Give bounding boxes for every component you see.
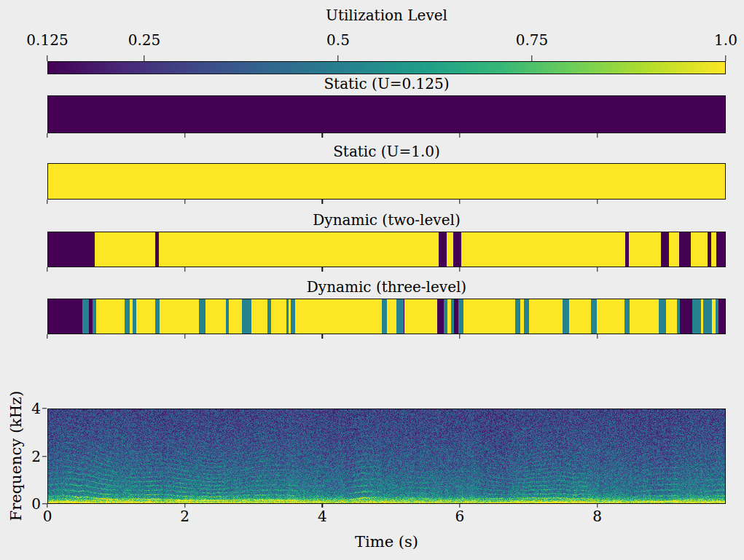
x-axis-tick <box>322 133 323 138</box>
colorbar-gradient <box>47 61 726 74</box>
colorbar-tick-label: 0.25 <box>128 31 161 49</box>
x-axis-tick <box>47 267 47 272</box>
utilization-segment <box>48 96 725 133</box>
colorbar-tick <box>47 55 47 61</box>
utilization-segment <box>251 299 268 334</box>
x-axis-tick-label: 4 <box>318 508 327 525</box>
spectrogram-xtick-labels: 02468 <box>47 508 726 525</box>
utilization-segment <box>136 299 154 334</box>
utilization-segment <box>630 299 659 334</box>
x-axis-tick <box>184 334 185 339</box>
panel-title-dynamic-two-level: Dynamic (two-level) <box>47 211 726 229</box>
utilization-segment <box>691 232 708 267</box>
utilization-segment <box>48 164 725 199</box>
utilization-segment <box>453 232 461 267</box>
strip-static-u10 <box>47 163 726 200</box>
utilization-segment <box>95 232 155 267</box>
x-axis-tick <box>459 200 460 204</box>
y-axis-tick <box>42 456 47 457</box>
utilization-segment <box>629 232 661 267</box>
strip1-xticks <box>47 133 726 138</box>
utilization-segment <box>680 299 692 334</box>
spectrogram-image <box>48 409 725 503</box>
utilization-segment <box>439 232 447 267</box>
colorbar-tick <box>725 55 726 61</box>
spectrogram-ytick-labels: 024 <box>26 409 41 504</box>
colorbar-tick-label: 1.0 <box>714 31 737 49</box>
spectrogram-yticks <box>42 409 47 504</box>
colorbar-tick <box>337 55 338 61</box>
utilization-segment <box>666 299 677 334</box>
utilization-segment <box>271 299 286 334</box>
x-axis-tick <box>459 267 460 272</box>
spectrogram-xlabel: Time (s) <box>47 533 726 551</box>
utilization-segment <box>48 232 95 267</box>
strip-dynamic-three-level <box>47 299 726 334</box>
utilization-segment <box>159 232 439 267</box>
x-axis-tick <box>322 267 323 272</box>
colorbar-title: Utilization Level <box>47 7 726 24</box>
strip4-xticks <box>47 334 726 339</box>
utilization-segment <box>160 299 199 334</box>
utilization-segment <box>461 232 625 267</box>
strip3-xticks <box>47 267 726 272</box>
x-axis-tick <box>184 133 185 138</box>
utilization-segment <box>229 299 242 334</box>
strip2-xticks <box>47 200 726 204</box>
utilization-segment <box>447 232 453 267</box>
utilization-segment <box>463 299 515 334</box>
x-axis-tick <box>597 200 598 204</box>
y-axis-tick-label: 0 <box>31 495 41 513</box>
utilization-segment <box>387 299 396 334</box>
y-axis-tick-label: 4 <box>31 400 41 417</box>
colorbar-tick-labels: 0.1250.250.50.751.0 <box>47 31 726 49</box>
strip-static-u0125 <box>47 95 726 133</box>
x-axis-tick <box>47 133 47 138</box>
x-axis-tick <box>597 133 598 138</box>
utilization-segment <box>437 299 444 334</box>
utilization-segment <box>382 299 387 334</box>
x-axis-tick <box>184 200 185 204</box>
utilization-segment <box>524 299 529 334</box>
panel-title-dynamic-three-level: Dynamic (three-level) <box>47 278 726 296</box>
x-axis-tick <box>459 334 460 339</box>
strip-dynamic-two-level <box>47 232 726 267</box>
utilization-segment <box>96 299 125 334</box>
x-axis-tick <box>597 334 598 339</box>
utilization-segment <box>591 299 597 334</box>
utilization-segment <box>624 299 630 334</box>
utilization-segment <box>404 299 437 334</box>
y-axis-tick-label: 2 <box>31 448 41 465</box>
utilization-segment <box>529 299 563 334</box>
x-axis-tick <box>47 334 47 339</box>
utilization-segment <box>661 232 668 267</box>
x-axis-tick-label: 2 <box>180 508 189 525</box>
utilization-segment <box>205 299 225 334</box>
x-axis-tick <box>322 334 323 339</box>
panel-title-static-u0125: Static (U=0.125) <box>47 75 726 92</box>
utilization-segment <box>48 299 82 334</box>
colorbar-tick-label: 0.75 <box>516 31 549 49</box>
utilization-segment <box>563 299 569 334</box>
utilization-segment <box>242 299 251 334</box>
x-axis-tick <box>47 200 47 204</box>
utilization-segment <box>692 299 701 334</box>
utilization-segment <box>659 299 666 334</box>
utilization-segment <box>199 299 205 334</box>
utilization-segment <box>295 299 383 334</box>
colorbar-tick <box>531 55 532 61</box>
x-axis-tick <box>322 200 323 204</box>
utilization-segment <box>125 299 130 334</box>
utilization-segment <box>597 299 624 334</box>
x-axis-tick-label: 6 <box>455 508 465 525</box>
utilization-segment <box>703 299 712 334</box>
y-axis-tick <box>42 503 47 504</box>
x-axis-tick-label: 0 <box>43 508 52 525</box>
utilization-segment <box>669 232 679 267</box>
x-axis-tick <box>459 133 460 138</box>
figure: Utilization Level 0.1250.250.50.751.0 St… <box>0 0 744 560</box>
x-axis-tick <box>184 267 185 272</box>
colorbar-ticks <box>47 55 726 61</box>
colorbar-tick <box>144 55 144 61</box>
colorbar-tick-label: 0.5 <box>326 31 350 49</box>
